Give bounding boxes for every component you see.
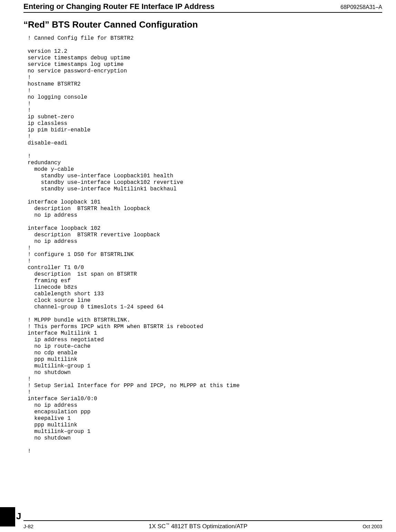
footer-date: Oct 2003 — [363, 524, 382, 529]
footer-center-suffix: 4812T BTS Optimization/ATP — [169, 523, 247, 530]
header-title: Entering or Changing Router FE Interface… — [23, 2, 215, 11]
side-letter: J — [16, 511, 21, 522]
page-header: Entering or Changing Router FE Interface… — [23, 2, 382, 11]
footer-rule — [23, 520, 382, 521]
page: Entering or Changing Router FE Interface… — [0, 0, 396, 532]
header-rule — [23, 12, 382, 13]
code-listing: ! Canned Config file for BTSRTR2 version… — [28, 35, 382, 455]
footer-doc-title: 1X SC™ 4812T BTS Optimization/ATP — [149, 522, 247, 530]
footer-pagenum: J-82 — [23, 523, 33, 529]
header-docnum: 68P09258A31–A — [340, 4, 382, 10]
side-tab — [0, 507, 15, 526]
footer-center-prefix: 1X SC — [149, 523, 166, 530]
section-title: “Red” BTS Router Canned Configuration — [23, 19, 198, 30]
page-footer: J-82 1X SC™ 4812T BTS Optimization/ATP O… — [23, 522, 382, 530]
trademark-icon: ™ — [166, 522, 169, 526]
